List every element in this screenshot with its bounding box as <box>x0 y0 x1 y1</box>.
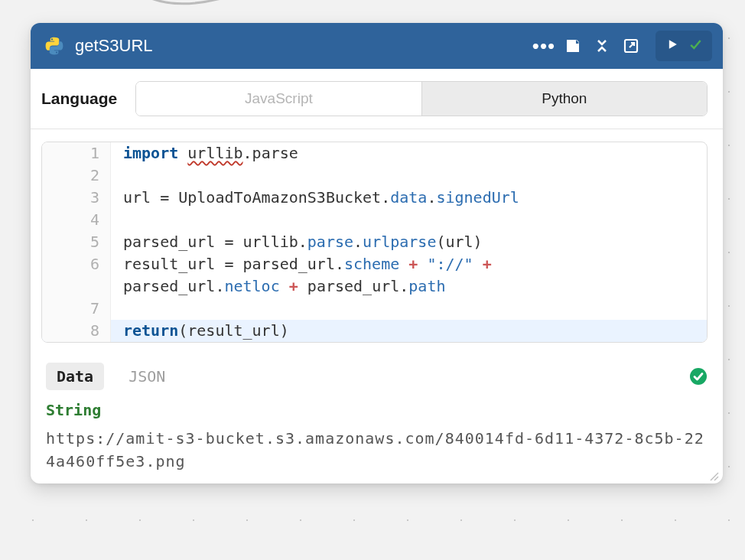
code-node-card: getS3URL ••• Language JavaScript <box>31 23 723 483</box>
output-type-label: String <box>46 401 708 419</box>
note-icon <box>564 37 582 55</box>
check-icon <box>688 37 703 52</box>
code-content: url = UploadToAmazonS3Bucket.data.signed… <box>111 187 519 209</box>
line-number: 1 <box>42 142 111 164</box>
line-number: 6 <box>42 253 111 275</box>
svg-line-2 <box>711 473 718 480</box>
run-success-indicator <box>688 37 703 55</box>
language-option-javascript[interactable]: JavaScript <box>136 82 421 116</box>
open-external-button[interactable] <box>622 37 640 55</box>
output-tab-json[interactable]: JSON <box>118 363 176 390</box>
line-number: 3 <box>42 187 111 209</box>
output-panel: Data JSON String https://amit-s3-bucket.… <box>31 355 723 483</box>
line-number <box>42 275 111 298</box>
code-editor[interactable]: 1import urllib.parse23url = UploadToAmaz… <box>41 142 708 343</box>
line-number: 2 <box>42 164 111 187</box>
code-line[interactable]: 7 <box>42 298 707 320</box>
more-menu-button[interactable]: ••• <box>535 37 553 55</box>
code-content: import urllib.parse <box>111 142 298 164</box>
code-content: parsed_url.netloc + parsed_url.path <box>111 275 445 298</box>
line-number: 4 <box>42 209 111 231</box>
code-content <box>111 298 123 320</box>
run-button[interactable] <box>665 37 680 55</box>
code-content: result_url = parsed_url.scheme + "://" + <box>111 253 492 275</box>
language-row: Language JavaScript Python <box>31 69 723 129</box>
code-content <box>111 209 123 231</box>
collapse-icon <box>593 37 611 55</box>
note-button[interactable] <box>564 37 582 55</box>
line-number: 7 <box>42 298 111 320</box>
card-title: getS3URL <box>75 36 524 56</box>
output-tab-data[interactable]: Data <box>46 363 104 390</box>
language-option-python[interactable]: Python <box>421 82 707 116</box>
python-icon <box>44 36 64 56</box>
collapse-button[interactable] <box>593 37 611 55</box>
code-content <box>111 164 123 187</box>
code-line[interactable]: 8return(result_url) <box>42 320 707 342</box>
external-link-icon <box>622 37 640 55</box>
language-toggle: JavaScript Python <box>135 81 708 116</box>
language-label: Language <box>41 90 117 108</box>
output-value: https://amit-s3-bucket.s3.amazonaws.com/… <box>46 427 708 473</box>
svg-line-3 <box>714 477 718 480</box>
code-line[interactable]: 4 <box>42 209 707 231</box>
code-editor-container: 1import urllib.parse23url = UploadToAmaz… <box>31 129 723 355</box>
run-button-group <box>656 31 712 61</box>
line-number: 8 <box>42 320 111 342</box>
output-tabs: Data JSON <box>46 363 708 390</box>
resize-handle-icon[interactable] <box>708 470 720 482</box>
code-line[interactable]: 3url = UploadToAmazonS3Bucket.data.signe… <box>42 187 707 209</box>
code-line[interactable]: parsed_url.netloc + parsed_url.path <box>42 275 707 298</box>
code-line[interactable]: 2 <box>42 164 707 187</box>
code-content: return(result_url) <box>111 320 289 342</box>
play-icon <box>665 37 680 52</box>
success-badge-icon <box>689 367 708 386</box>
code-line[interactable]: 6result_url = parsed_url.scheme + "://" … <box>42 253 707 275</box>
code-content: parsed_url = urllib.parse.urlparse(url) <box>111 231 483 253</box>
line-number: 5 <box>42 231 111 253</box>
svg-point-1 <box>690 368 707 385</box>
code-line[interactable]: 1import urllib.parse <box>42 142 707 164</box>
card-header: getS3URL ••• <box>31 23 723 69</box>
code-line[interactable]: 5parsed_url = urllib.parse.urlparse(url) <box>42 231 707 253</box>
